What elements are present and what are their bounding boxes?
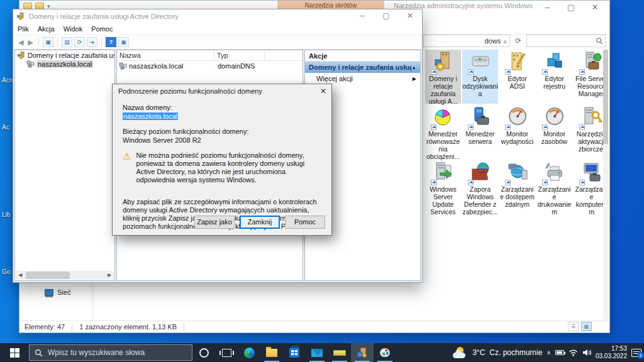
details-view-icon[interactable]: ☰ bbox=[568, 322, 579, 331]
wifi-icon[interactable] bbox=[569, 349, 578, 356]
explorer-statusbar: Elementy: 47 1 zaznaczony element. 1,13 … bbox=[19, 321, 609, 332]
ad-domains-taskbar-button[interactable] bbox=[351, 343, 374, 362]
shortcut-arrow-icon bbox=[542, 180, 548, 185]
tree-item-domain[interactable]: naszaszkola.local bbox=[15, 60, 114, 69]
thumbnails-view-icon[interactable]: ▦ bbox=[581, 322, 592, 331]
list-row-domain[interactable]: naszaszkola.local domainDNS bbox=[117, 61, 303, 71]
minimize-button[interactable]: – bbox=[535, 1, 559, 16]
back-icon[interactable]: ◀ bbox=[17, 38, 25, 47]
mmc-titlebar[interactable]: Domeny i relacje zaufania usługi Active … bbox=[13, 9, 422, 23]
maximize-button[interactable]: ▢ bbox=[374, 9, 398, 23]
tool-performance-monitor[interactable]: Monitor wydajności bbox=[499, 105, 535, 159]
horizontal-scrollbar[interactable]: ◀ ▶ bbox=[16, 271, 114, 280]
store-button[interactable] bbox=[283, 343, 306, 362]
address-bar[interactable]: dows∨ bbox=[423, 35, 510, 47]
export-list-icon[interactable]: ➜ bbox=[87, 37, 97, 47]
show-console-tree-icon[interactable]: ▣ bbox=[43, 37, 53, 47]
shortcut-arrow-icon bbox=[542, 69, 548, 75]
tool-nlb-manager[interactable]: Menedżer równoważenia obciążeni... bbox=[425, 105, 461, 159]
tool-server-manager[interactable]: Menedżer serwera bbox=[462, 105, 498, 159]
close-button[interactable]: Zamknij bbox=[240, 216, 280, 229]
save-as-button[interactable]: Zapisz jako bbox=[194, 216, 235, 229]
menu-help[interactable]: Pomoc bbox=[87, 25, 117, 33]
weather-temp[interactable]: 3°C bbox=[472, 348, 485, 357]
start-button[interactable] bbox=[0, 343, 29, 362]
mail-button[interactable] bbox=[306, 343, 328, 362]
action-center-icon[interactable]: 1 bbox=[631, 349, 641, 357]
edge-button[interactable] bbox=[238, 343, 260, 362]
battery-icon[interactable] bbox=[555, 350, 564, 355]
tool-firewall[interactable]: Zapora Windows Defender z zabezpiec... bbox=[462, 160, 498, 214]
chevron-down-icon[interactable]: ∨ bbox=[503, 39, 507, 45]
cortana-button[interactable] bbox=[192, 343, 215, 362]
search-input[interactable] bbox=[526, 35, 606, 47]
scrollbar[interactable] bbox=[603, 50, 608, 320]
file-explorer-button[interactable] bbox=[260, 343, 283, 362]
help-button[interactable]: Pomoc bbox=[285, 216, 325, 229]
show-hidden-icons-chevron[interactable]: ∧ bbox=[547, 349, 551, 356]
desktop-icon-label[interactable]: Ac bbox=[2, 124, 9, 131]
on-screen-keyboard-button[interactable] bbox=[328, 343, 351, 362]
scroll-right-icon[interactable]: ▶ bbox=[105, 271, 114, 280]
tree-root-item[interactable]: Domeny i relacje zaufania usługi Ac bbox=[15, 50, 114, 60]
close-button[interactable]: ✕ bbox=[398, 9, 422, 23]
more-actions-item[interactable]: Więcej akcji ▶ bbox=[305, 73, 420, 84]
dialog-titlebar[interactable]: Podnoszenie poziomu funkcjonalności dome… bbox=[113, 84, 331, 97]
domain-icon bbox=[119, 62, 127, 70]
actions-group-bar[interactable]: Domeny i relacje zaufania usługi Active … bbox=[305, 62, 420, 73]
tree-item-label: naszaszkola.local bbox=[36, 60, 93, 68]
menu-action[interactable]: Akcja bbox=[33, 25, 59, 33]
nav-item-network[interactable]: Sieć bbox=[45, 288, 70, 296]
nav-item-label: Sieć bbox=[57, 288, 70, 296]
close-button[interactable]: ✕ bbox=[583, 1, 607, 16]
tool-print-management[interactable]: Zarządzanie drukowaniem bbox=[536, 160, 572, 214]
domain-name-value[interactable]: naszaszkola.local bbox=[123, 112, 178, 120]
weather-icon[interactable] bbox=[453, 347, 468, 358]
tool-adsi-edit[interactable]: Edytor ADSI bbox=[499, 50, 535, 104]
tool-label: Domeny i relacje zaufania usługi A... bbox=[425, 75, 461, 105]
tool-wsus[interactable]: Windows Server Update Services bbox=[425, 160, 461, 214]
help-icon[interactable]: ? bbox=[106, 37, 116, 47]
warning-text: Nie można podnieść poziomu funkcjonalnoś… bbox=[136, 151, 321, 184]
refresh-icon[interactable]: ⟳ bbox=[513, 35, 524, 47]
close-icon[interactable]: ✕ bbox=[308, 87, 326, 96]
task-view-button[interactable] bbox=[215, 343, 238, 362]
desktop-icon-label[interactable]: Lib bbox=[2, 211, 10, 218]
forward-icon[interactable]: ▶ bbox=[26, 38, 34, 47]
tool-resource-monitor[interactable]: Monitor zasobów bbox=[536, 105, 572, 159]
ribbon-area bbox=[422, 18, 609, 35]
row-name: naszaszkola.local bbox=[129, 62, 183, 70]
desktop-icon-label[interactable]: Go bbox=[2, 268, 10, 275]
volume-icon[interactable] bbox=[582, 349, 591, 356]
submenu-arrow-icon: ▶ bbox=[413, 76, 416, 82]
properties-icon[interactable]: ▤ bbox=[62, 37, 72, 47]
edge-icon bbox=[244, 348, 255, 358]
shortcut-arrow-icon bbox=[505, 124, 511, 130]
collapse-icon[interactable]: ▲ bbox=[411, 65, 416, 70]
column-type[interactable]: Typ bbox=[214, 50, 265, 60]
clock[interactable]: 17:53 03.03.2022 bbox=[596, 345, 627, 360]
warning-icon: ⚠ bbox=[123, 151, 131, 184]
paint-button[interactable] bbox=[374, 343, 396, 362]
paint-icon bbox=[380, 348, 390, 357]
tool-recovery-drive[interactable]: Dysk odzyskiwania bbox=[462, 50, 498, 104]
tool-registry-editor[interactable]: Edytor rejestru bbox=[536, 50, 572, 104]
menu-file[interactable]: Plik bbox=[13, 25, 33, 33]
qat-dropdown-icon[interactable]: ▾ bbox=[47, 3, 50, 9]
tool-label: Windows Server Update Services bbox=[425, 185, 461, 216]
mail-icon bbox=[311, 349, 323, 357]
column-name[interactable]: Nazwa bbox=[117, 50, 214, 60]
task-view-icon bbox=[222, 349, 231, 357]
scroll-left-icon[interactable]: ◀ bbox=[16, 271, 25, 280]
tool-remote-access[interactable]: Zarządzanie dostępem zdalnym bbox=[499, 160, 535, 214]
action-pane-icon[interactable]: ▣ bbox=[118, 37, 129, 47]
minimize-button[interactable]: – bbox=[350, 9, 374, 23]
scrollbar-thumb[interactable] bbox=[26, 272, 70, 279]
taskbar-search-input[interactable]: Wpisz tu wyszukiwane słowa bbox=[29, 344, 192, 361]
maximize-button[interactable]: ▢ bbox=[559, 1, 583, 16]
refresh-icon[interactable]: ⟳ bbox=[74, 37, 85, 47]
weather-condition[interactable]: Cz. pochmurnie bbox=[489, 348, 542, 357]
tool-ad-domains[interactable]: Domeny i relacje zaufania usługi A... bbox=[425, 50, 461, 104]
ad-domains-icon bbox=[357, 348, 367, 358]
menu-view[interactable]: Widok bbox=[59, 25, 87, 33]
